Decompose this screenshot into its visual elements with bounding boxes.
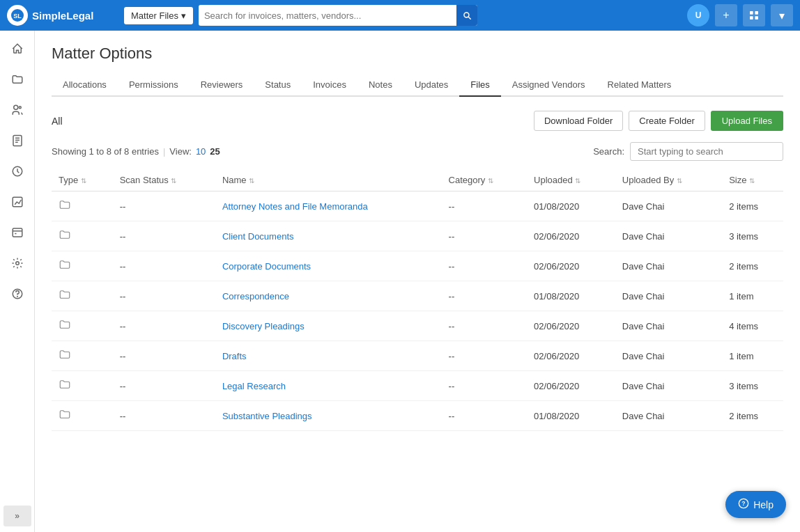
cell-uploaded-6: 02/06/2020 (527, 371, 615, 401)
table-search-input[interactable] (630, 142, 783, 161)
sort-type-icon: ⇅ (81, 177, 88, 185)
sidebar-item-ebilling[interactable] (3, 220, 31, 248)
cell-name-6[interactable]: Legal Research (215, 371, 442, 401)
cell-uploaded-7: 01/08/2020 (527, 401, 615, 431)
svg-point-19 (17, 296, 17, 297)
view-10-link[interactable]: 10 (196, 146, 206, 157)
tab-files[interactable]: Files (459, 74, 500, 97)
sidebar-item-invoices[interactable] (3, 128, 31, 156)
table-search: Search: (593, 142, 783, 161)
table-row[interactable]: -- Discovery Pleadings -- 02/06/2020 Dav… (52, 311, 783, 341)
cell-uploaded-by-3: Dave Chai (615, 281, 722, 311)
sidebar-item-reports[interactable] (3, 189, 31, 217)
cell-scan-6: -- (113, 371, 215, 401)
table-header-row: Type ⇅ Scan Status ⇅ Name ⇅ Category ⇅ U… (52, 169, 783, 191)
dropdown-arrow-icon: ▾ (181, 10, 186, 21)
cell-category-1: -- (442, 221, 528, 251)
tab-reviewers[interactable]: Reviewers (190, 74, 254, 97)
sort-size-icon: ⇅ (749, 177, 756, 185)
sidebar-item-home[interactable] (3, 36, 31, 64)
table-row[interactable]: -- Substantive Pleadings -- 01/08/2020 D… (52, 401, 783, 431)
svg-rect-2 (750, 11, 753, 15)
cell-name-4[interactable]: Discovery Pleadings (215, 311, 442, 341)
svg-point-17 (15, 261, 19, 265)
view-label: View: (169, 146, 192, 157)
col-category[interactable]: Category ⇅ (442, 169, 528, 191)
tab-assigned-vendors[interactable]: Assigned Vendors (501, 74, 597, 97)
cell-scan-3: -- (113, 281, 215, 311)
tab-notes[interactable]: Notes (357, 74, 403, 97)
avatar[interactable]: U (687, 4, 709, 26)
upload-files-button[interactable]: Upload Files (711, 111, 783, 131)
folder-icon (59, 201, 71, 213)
logo[interactable]: SL SimpleLegal (7, 5, 118, 26)
col-uploaded[interactable]: Uploaded ⇅ (527, 169, 615, 191)
matter-files-dropdown[interactable]: Matter Files ▾ (124, 7, 193, 24)
folder-icon (59, 411, 71, 423)
cell-size-2: 2 items (722, 251, 783, 281)
table-controls: Showing 1 to 8 of 8 entries | View: 10 2… (52, 142, 783, 161)
col-scan-status[interactable]: Scan Status ⇅ (113, 169, 215, 191)
sidebar-item-time[interactable] (3, 159, 31, 187)
files-toolbar: All Download Folder Create Folder Upload… (52, 111, 783, 131)
create-folder-button[interactable]: Create Folder (629, 111, 705, 131)
tab-allocations[interactable]: Allocations (52, 74, 118, 97)
tabs-navigation: Allocations Permissions Reviewers Status… (52, 74, 783, 97)
gear-icon (11, 257, 24, 273)
table-row[interactable]: -- Attorney Notes and File Memoranda -- … (52, 191, 783, 221)
help-button[interactable]: ? Help (725, 491, 786, 518)
view-25-current[interactable]: 25 (210, 146, 220, 157)
add-button[interactable]: + (715, 4, 737, 26)
cell-scan-7: -- (113, 401, 215, 431)
tab-related-matters[interactable]: Related Matters (597, 74, 683, 97)
tab-status[interactable]: Status (254, 74, 302, 97)
tab-invoices[interactable]: Invoices (302, 74, 357, 97)
sidebar-expand-button[interactable]: » (3, 506, 31, 526)
tab-updates[interactable]: Updates (403, 74, 459, 97)
col-size[interactable]: Size ⇅ (722, 169, 783, 191)
cell-name-3[interactable]: Correspondence (215, 281, 442, 311)
sidebar-item-matters[interactable] (3, 67, 31, 95)
col-type[interactable]: Type ⇅ (52, 169, 113, 191)
tab-permissions[interactable]: Permissions (118, 74, 190, 97)
col-name[interactable]: Name ⇅ (215, 169, 442, 191)
cell-uploaded-by-7: Dave Chai (615, 401, 722, 431)
col-uploaded-by[interactable]: Uploaded By ⇅ (615, 169, 722, 191)
cell-uploaded-by-1: Dave Chai (615, 221, 722, 251)
cell-type-3 (52, 281, 113, 311)
logo-icon: SL (7, 5, 28, 26)
cell-type-0 (52, 191, 113, 221)
sidebar-item-help[interactable] (3, 281, 31, 309)
sort-uploaded-icon: ⇅ (575, 177, 582, 185)
cell-type-4 (52, 311, 113, 341)
table-row[interactable]: -- Correspondence -- 01/08/2020 Dave Cha… (52, 281, 783, 311)
search-button[interactable] (456, 5, 477, 26)
cell-uploaded-2: 02/06/2020 (527, 251, 615, 281)
svg-text:?: ? (742, 500, 746, 507)
svg-rect-14 (13, 228, 22, 237)
table-row[interactable]: -- Client Documents -- 02/06/2020 Dave C… (52, 221, 783, 251)
cell-category-6: -- (442, 371, 528, 401)
grid-menu-button[interactable] (743, 4, 765, 26)
cell-uploaded-by-5: Dave Chai (615, 341, 722, 371)
cell-name-1[interactable]: Client Documents (215, 221, 442, 251)
cell-scan-5: -- (113, 341, 215, 371)
sidebar-item-settings[interactable] (3, 251, 31, 279)
table-view-options: Showing 1 to 8 of 8 entries | View: 10 2… (52, 146, 220, 157)
table-row[interactable]: -- Legal Research -- 02/06/2020 Dave Cha… (52, 371, 783, 401)
svg-point-7 (19, 106, 21, 108)
sidebar-item-vendors[interactable] (3, 97, 31, 125)
chevron-down-button[interactable]: ▾ (771, 4, 793, 26)
help-label: Help (753, 499, 774, 510)
table-row[interactable]: -- Corporate Documents -- 02/06/2020 Dav… (52, 251, 783, 281)
table-row[interactable]: -- Drafts -- 02/06/2020 Dave Chai 1 item (52, 341, 783, 371)
download-folder-button[interactable]: Download Folder (534, 111, 623, 131)
cell-name-7[interactable]: Substantive Pleadings (215, 401, 442, 431)
cell-name-0[interactable]: Attorney Notes and File Memoranda (215, 191, 442, 221)
divider-1: | (163, 146, 165, 157)
cell-uploaded-4: 02/06/2020 (527, 311, 615, 341)
search-input[interactable] (199, 10, 456, 21)
folder-icon (59, 261, 71, 273)
cell-name-2[interactable]: Corporate Documents (215, 251, 442, 281)
cell-name-5[interactable]: Drafts (215, 341, 442, 371)
